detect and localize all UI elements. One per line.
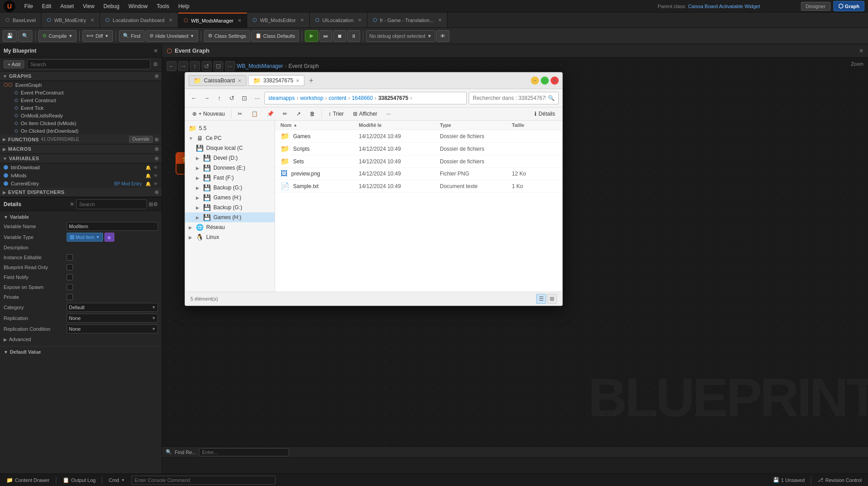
fe-view-grid-button[interactable]: ⊞: [547, 294, 557, 304]
play-button[interactable]: ▶: [305, 30, 318, 42]
stop-button[interactable]: ⏹: [333, 30, 346, 42]
console-input[interactable]: [131, 476, 276, 485]
nav-more-button[interactable]: ···: [225, 61, 235, 71]
variables-add-icon[interactable]: ⊕: [154, 155, 159, 162]
class-settings-button[interactable]: ⚙ Class Settings: [204, 30, 250, 42]
find-button[interactable]: 🔍 Find: [119, 30, 145, 42]
macros-add-icon[interactable]: ⊕: [154, 146, 159, 152]
fe-path-content[interactable]: content: [329, 95, 346, 101]
panel-close-icon[interactable]: ✕: [154, 48, 158, 54]
nav-up-button[interactable]: ↑: [190, 61, 200, 71]
fe-copy-button[interactable]: 📋: [248, 109, 262, 118]
fe-sidebar-disque-local[interactable]: 💾 Disque local (C: [185, 143, 275, 153]
tree-on-item-clicked[interactable]: ◇ On Item Clicked (lvMods): [0, 119, 162, 127]
fe-sidebar-games-h-1[interactable]: ▶ 💾 Games (H:): [185, 193, 275, 202]
fe-refresh-button[interactable]: ↺: [226, 93, 237, 104]
var-lvmods[interactable]: lvMods 🔔 👁: [0, 171, 162, 180]
menu-view[interactable]: View: [79, 2, 98, 10]
menu-edit[interactable]: Edit: [38, 2, 55, 10]
class-defaults-button[interactable]: 📋 Class Defaults: [251, 30, 299, 42]
fe-share-button[interactable]: ↗: [293, 109, 304, 118]
menu-asset[interactable]: Asset: [57, 2, 77, 10]
nav-expand-button[interactable]: ⊡: [213, 61, 223, 71]
fe-path-end-arrow[interactable]: ›: [410, 95, 412, 101]
fe-cut-button[interactable]: ✂: [234, 109, 246, 118]
fe-delete-button[interactable]: 🗑: [306, 109, 319, 118]
compile-button[interactable]: ⚙ Compile ▼: [38, 30, 77, 42]
instance-editable-checkbox[interactable]: [67, 254, 73, 261]
fe-view-button[interactable]: ⊞ Afficher: [349, 109, 381, 118]
fe-sort-button[interactable]: ↕ Trier: [325, 109, 347, 118]
debug-eye-button[interactable]: 👁: [436, 30, 449, 42]
fe-sidebar-backup-g-2[interactable]: ▶ 💾 Backup (G:): [185, 202, 275, 212]
browse-button[interactable]: 🔍: [18, 30, 32, 42]
fe-sidebar-5-5[interactable]: 📁 5.5: [185, 123, 275, 133]
variable-name-input[interactable]: [67, 222, 158, 231]
content-drawer-button[interactable]: 📁 Content Drawer: [4, 476, 52, 484]
fe-close-button[interactable]: ✕: [551, 76, 559, 85]
fe-sidebar-reseau[interactable]: ▶ 🌐 Réseau: [185, 222, 275, 232]
blueprint-search-input[interactable]: [27, 59, 150, 69]
tab-localization[interactable]: ⬡ Localization Dashboard ✕: [100, 13, 178, 28]
event-dispatchers-section-header[interactable]: ▶ EVENT DISPATCHERS ⊕: [0, 188, 162, 197]
fe-tab-add-button[interactable]: +: [306, 76, 316, 85]
functions-add-icon[interactable]: ⊕: [154, 136, 159, 143]
unsaved-indicator[interactable]: 💾 1 Unsaved: [770, 476, 808, 484]
fe-sidebar-ce-pc[interactable]: ▼ 🖥 Ce PC: [185, 133, 275, 143]
graph-button[interactable]: ⬡ Graph: [833, 1, 864, 11]
cmd-button[interactable]: Cmd ▼: [106, 477, 127, 484]
fe-paste-button[interactable]: 📌: [263, 109, 277, 118]
tab-wb-modentry[interactable]: ⬡ WB_ModEntry ✕: [41, 13, 100, 28]
fe-expand-button[interactable]: ⊡: [239, 93, 250, 104]
fe-sidebar-devel[interactable]: ▶ 💾 Devel (D:): [185, 153, 275, 163]
tab-uilocalization[interactable]: ⬡ UILocalization ✕: [310, 13, 367, 28]
fe-col-nom[interactable]: Nom ▲: [280, 122, 359, 128]
fe-file-games[interactable]: 📁 Games 14/12/2024 10:49 Dossier de fich…: [275, 130, 562, 143]
hide-unrelated-button[interactable]: ⊘ Hide Unrelated ▼: [145, 30, 198, 42]
fe-file-scripts[interactable]: 📁 Scripts 14/12/2024 10:49 Dossier de fi…: [275, 143, 562, 155]
tree-event-tick[interactable]: ◇ Event Tick: [0, 104, 162, 112]
fe-details-button[interactable]: ℹ Détails: [531, 109, 559, 118]
blueprint-read-only-checkbox[interactable]: [67, 264, 73, 270]
menu-window[interactable]: Window: [125, 2, 151, 10]
parent-class-value[interactable]: Caissa Board Activatable Widget: [688, 4, 760, 9]
revision-control-button[interactable]: ⎇ Revision Control: [815, 476, 864, 484]
fe-file-sample-txt[interactable]: 📄 Sample.txt 14/12/2024 10:49 Document t…: [275, 180, 562, 193]
menu-debug[interactable]: Debug: [100, 2, 123, 10]
find-bar-search-input[interactable]: [199, 448, 289, 456]
tab-wb-modsmanager-close[interactable]: ✕: [238, 18, 241, 23]
var-currententry[interactable]: CurrentEntry BP Mod Entry 🔔 👁: [0, 180, 162, 188]
details-settings-icon[interactable]: ⚙: [153, 201, 158, 207]
category-dropdown[interactable]: Default ▼: [67, 303, 158, 312]
fe-col-modifie[interactable]: Modifié le: [359, 122, 440, 128]
graphs-add-icon[interactable]: ⊕: [154, 73, 159, 79]
designer-button[interactable]: Designer: [801, 2, 831, 11]
save-button[interactable]: 💾: [3, 30, 17, 42]
tree-eventgraph[interactable]: ⬡⬡ EventGraph: [0, 81, 162, 89]
tree-onmodlistisready[interactable]: ◇ OnModListIsReady: [0, 112, 162, 119]
functions-section-header[interactable]: ▶ FUNCTIONS 41 OVERRIDABLE Override ⊕: [0, 135, 162, 144]
tab-translation[interactable]: ⬡ fr - Game - Translation... ✕: [367, 13, 448, 28]
diff-button[interactable]: ⟺ Diff ▼: [82, 30, 113, 42]
fe-search-input[interactable]: [473, 95, 546, 101]
fe-minimize-button[interactable]: −: [531, 76, 539, 85]
fe-back-button[interactable]: ←: [189, 93, 199, 104]
replication-dropdown[interactable]: None ▼: [67, 314, 158, 323]
fe-tab-3382547675-close[interactable]: ✕: [296, 78, 299, 83]
tab-wb-modseditor-close[interactable]: ✕: [300, 18, 304, 22]
debug-object-select[interactable]: No debug object selected ▼: [366, 30, 435, 42]
output-log-button[interactable]: 📋 Output Log: [60, 476, 98, 484]
fe-tab-caissaboard[interactable]: 📁 CaissaBoard ✕: [189, 75, 246, 86]
fe-col-taille[interactable]: Taille: [512, 122, 557, 128]
var-btndownload[interactable]: btnDownload 🔔 👁: [0, 163, 162, 171]
fe-path-steamapps[interactable]: steamapps: [268, 95, 295, 101]
fe-sidebar-fast[interactable]: ▶ 💾 Fast (F:): [185, 173, 275, 183]
fe-sidebar-games-h-2[interactable]: ▶ 💾 Games (H:): [185, 212, 275, 222]
nav-back-button[interactable]: ←: [167, 61, 176, 71]
variables-section-header[interactable]: ▼ VARIABLES ⊕: [0, 154, 162, 163]
variable-type-badge[interactable]: Mod Item ▼: [67, 233, 103, 242]
fe-up-button[interactable]: ↑: [214, 93, 225, 104]
menu-help[interactable]: Help: [175, 2, 193, 10]
fe-tab-3382547675[interactable]: 📁 3382547675 ✕: [248, 75, 305, 86]
replication-condition-dropdown[interactable]: None ▼: [67, 324, 158, 333]
